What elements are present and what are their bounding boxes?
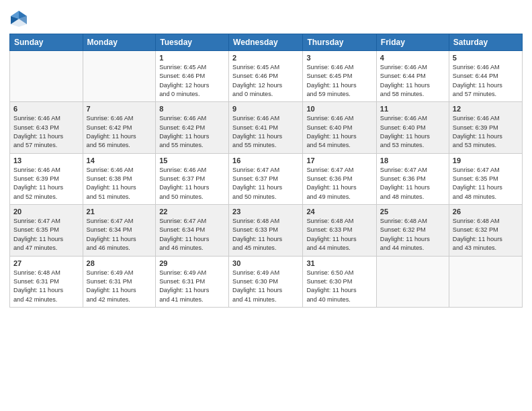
day-number: 5 [453,54,519,62]
logo [9,9,30,28]
calendar-cell: 14Sunrise: 6:46 AM Sunset: 6:38 PM Dayli… [83,153,156,204]
day-number: 17 [306,156,372,165]
day-info: Sunrise: 6:47 AM Sunset: 6:37 PM Dayligh… [232,166,299,201]
day-number: 2 [232,54,299,62]
day-number: 21 [87,208,152,216]
calendar-cell: 25Sunrise: 6:48 AM Sunset: 6:32 PM Dayli… [376,205,449,256]
day-info: Sunrise: 6:46 AM Sunset: 6:37 PM Dayligh… [159,166,225,201]
day-info: Sunrise: 6:46 AM Sunset: 6:38 PM Dayligh… [87,166,152,201]
day-info: Sunrise: 6:46 AM Sunset: 6:44 PM Dayligh… [380,63,445,99]
calendar-header-saturday: Saturday [449,34,522,51]
calendar-cell: 27Sunrise: 6:48 AM Sunset: 6:31 PM Dayli… [10,256,83,307]
day-info: Sunrise: 6:48 AM Sunset: 6:33 PM Dayligh… [232,217,299,253]
calendar-cell [83,51,156,102]
day-number: 18 [380,156,445,165]
calendar-cell: 4Sunrise: 6:46 AM Sunset: 6:44 PM Daylig… [376,51,449,102]
day-number: 20 [13,208,79,216]
calendar: SundayMondayTuesdayWednesdayThursdayFrid… [9,34,523,308]
day-info: Sunrise: 6:46 AM Sunset: 6:39 PM Dayligh… [13,166,79,201]
day-number: 9 [232,105,299,113]
calendar-cell: 22Sunrise: 6:47 AM Sunset: 6:34 PM Dayli… [156,205,229,256]
day-info: Sunrise: 6:47 AM Sunset: 6:35 PM Dayligh… [453,166,519,201]
day-info: Sunrise: 6:46 AM Sunset: 6:45 PM Dayligh… [306,63,372,99]
day-info: Sunrise: 6:46 AM Sunset: 6:41 PM Dayligh… [232,114,299,150]
calendar-cell: 23Sunrise: 6:48 AM Sunset: 6:33 PM Dayli… [229,205,303,256]
calendar-cell: 1Sunrise: 6:45 AM Sunset: 6:46 PM Daylig… [156,51,229,102]
calendar-cell: 19Sunrise: 6:47 AM Sunset: 6:35 PM Dayli… [449,153,522,204]
day-number: 24 [306,208,372,216]
day-number: 16 [232,156,299,165]
day-number: 27 [13,259,79,267]
day-info: Sunrise: 6:46 AM Sunset: 6:40 PM Dayligh… [306,114,372,150]
day-info: Sunrise: 6:45 AM Sunset: 6:46 PM Dayligh… [159,63,225,99]
calendar-cell: 24Sunrise: 6:48 AM Sunset: 6:33 PM Dayli… [303,205,376,256]
day-number: 6 [13,105,79,113]
day-number: 4 [380,54,445,62]
day-info: Sunrise: 6:48 AM Sunset: 6:32 PM Dayligh… [453,217,519,253]
day-info: Sunrise: 6:49 AM Sunset: 6:30 PM Dayligh… [232,269,299,304]
day-number: 15 [159,156,225,165]
day-number: 3 [306,54,372,62]
day-info: Sunrise: 6:48 AM Sunset: 6:31 PM Dayligh… [13,269,79,304]
calendar-cell: 21Sunrise: 6:47 AM Sunset: 6:34 PM Dayli… [83,205,156,256]
day-number: 11 [380,105,445,113]
page: SundayMondayTuesdayWednesdayThursdayFrid… [0,0,532,411]
day-info: Sunrise: 6:47 AM Sunset: 6:34 PM Dayligh… [159,217,225,253]
calendar-cell: 9Sunrise: 6:46 AM Sunset: 6:41 PM Daylig… [229,102,303,153]
day-info: Sunrise: 6:46 AM Sunset: 6:44 PM Dayligh… [453,63,519,99]
day-info: Sunrise: 6:47 AM Sunset: 6:34 PM Dayligh… [87,217,152,253]
calendar-cell: 30Sunrise: 6:49 AM Sunset: 6:30 PM Dayli… [229,256,303,307]
day-number: 22 [159,208,225,216]
day-info: Sunrise: 6:48 AM Sunset: 6:33 PM Dayligh… [306,217,372,253]
calendar-cell: 6Sunrise: 6:46 AM Sunset: 6:43 PM Daylig… [10,102,83,153]
calendar-cell: 2Sunrise: 6:45 AM Sunset: 6:46 PM Daylig… [229,51,303,102]
day-number: 23 [232,208,299,216]
day-info: Sunrise: 6:50 AM Sunset: 6:30 PM Dayligh… [306,269,372,304]
calendar-cell: 5Sunrise: 6:46 AM Sunset: 6:44 PM Daylig… [449,51,522,102]
day-info: Sunrise: 6:48 AM Sunset: 6:32 PM Dayligh… [380,217,445,253]
day-number: 29 [159,259,225,267]
calendar-cell [10,51,83,102]
calendar-header-sunday: Sunday [10,34,83,51]
calendar-cell: 16Sunrise: 6:47 AM Sunset: 6:37 PM Dayli… [229,153,303,204]
header [9,7,523,28]
day-number: 26 [453,208,519,216]
calendar-week-1: 1Sunrise: 6:45 AM Sunset: 6:46 PM Daylig… [10,51,523,102]
day-number: 1 [159,54,225,62]
day-info: Sunrise: 6:46 AM Sunset: 6:40 PM Dayligh… [380,114,445,150]
calendar-cell [376,256,449,307]
calendar-cell: 13Sunrise: 6:46 AM Sunset: 6:39 PM Dayli… [10,153,83,204]
day-info: Sunrise: 6:46 AM Sunset: 6:42 PM Dayligh… [159,114,225,150]
day-info: Sunrise: 6:45 AM Sunset: 6:46 PM Dayligh… [232,63,299,99]
calendar-cell: 12Sunrise: 6:46 AM Sunset: 6:39 PM Dayli… [449,102,522,153]
calendar-header-tuesday: Tuesday [156,34,229,51]
day-info: Sunrise: 6:46 AM Sunset: 6:43 PM Dayligh… [13,114,79,150]
day-info: Sunrise: 6:47 AM Sunset: 6:35 PM Dayligh… [13,217,79,253]
calendar-cell: 28Sunrise: 6:49 AM Sunset: 6:31 PM Dayli… [83,256,156,307]
day-number: 8 [159,105,225,113]
day-number: 28 [87,259,152,267]
calendar-week-3: 13Sunrise: 6:46 AM Sunset: 6:39 PM Dayli… [10,153,523,204]
day-info: Sunrise: 6:49 AM Sunset: 6:31 PM Dayligh… [159,269,225,304]
calendar-cell: 8Sunrise: 6:46 AM Sunset: 6:42 PM Daylig… [156,102,229,153]
calendar-cell: 29Sunrise: 6:49 AM Sunset: 6:31 PM Dayli… [156,256,229,307]
day-info: Sunrise: 6:47 AM Sunset: 6:36 PM Dayligh… [380,166,445,201]
calendar-cell: 11Sunrise: 6:46 AM Sunset: 6:40 PM Dayli… [376,102,449,153]
day-number: 12 [453,105,519,113]
day-info: Sunrise: 6:46 AM Sunset: 6:39 PM Dayligh… [453,114,519,150]
day-number: 30 [232,259,299,267]
day-number: 14 [87,156,152,165]
day-number: 10 [306,105,372,113]
logo-icon [9,9,28,28]
day-number: 25 [380,208,445,216]
calendar-cell: 26Sunrise: 6:48 AM Sunset: 6:32 PM Dayli… [449,205,522,256]
day-info: Sunrise: 6:49 AM Sunset: 6:31 PM Dayligh… [87,269,152,304]
calendar-cell: 10Sunrise: 6:46 AM Sunset: 6:40 PM Dayli… [303,102,376,153]
calendar-cell: 17Sunrise: 6:47 AM Sunset: 6:36 PM Dayli… [303,153,376,204]
day-number: 31 [306,259,372,267]
calendar-header-thursday: Thursday [303,34,376,51]
day-number: 19 [453,156,519,165]
calendar-cell: 20Sunrise: 6:47 AM Sunset: 6:35 PM Dayli… [10,205,83,256]
calendar-week-2: 6Sunrise: 6:46 AM Sunset: 6:43 PM Daylig… [10,102,523,153]
calendar-cell: 7Sunrise: 6:46 AM Sunset: 6:42 PM Daylig… [83,102,156,153]
